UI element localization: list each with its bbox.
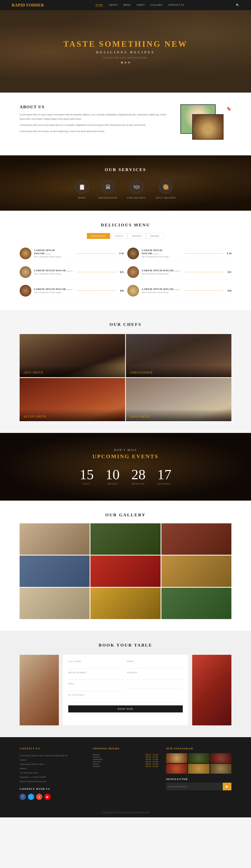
hours-day: Saturday <box>93 765 100 767</box>
chef-card-john: JOHN SMITH <box>126 378 231 421</box>
newsletter-email-input[interactable] <box>166 783 223 790</box>
menu-item-name: LOREM IPSUM DOLOR........ <box>34 287 73 291</box>
hero-subheadline: DELICIOUS RECIPES <box>63 51 188 54</box>
form-group-people: NO OF PEOPLE <box>68 694 183 702</box>
menu-item-image <box>127 248 139 259</box>
instagram-grid <box>166 753 231 774</box>
input-address[interactable] <box>127 675 183 680</box>
chef-card-allen: ALLEN SMITH <box>20 378 125 421</box>
hours-friday: Friday 08 am - 07 pm <box>93 763 158 765</box>
input-date[interactable] <box>68 686 124 691</box>
nav-about[interactable]: ABOUT <box>108 3 118 7</box>
hours-time: 08 am - 07 pm <box>146 765 158 767</box>
service-fine-recipes-label: FINE RECIPES <box>127 196 146 199</box>
insta-item-5[interactable] <box>188 764 209 774</box>
insta-item-4[interactable] <box>166 764 187 774</box>
chef-overlay-jaye: JAYE SMITH <box>20 365 125 377</box>
label-address: ADDRESS <box>127 672 183 674</box>
hours-saturday: Saturday 08 am - 07 pm <box>93 765 158 767</box>
gallery-item-7[interactable] <box>20 588 90 619</box>
menu-item: LOREM IPSUM DOLOR........ Mus et ferment… <box>127 265 231 280</box>
input-blank[interactable] <box>127 684 183 689</box>
book-section: BOOK YOUR TABLE FULL NAME EMAIL PHONE NU… <box>0 631 251 737</box>
gallery-item-4[interactable] <box>20 556 90 587</box>
menu-item-desc: Mus et fermentum et dolus integer <box>34 256 72 258</box>
menu-item: LOREM IPSUM DOLOR........ Mus et ferment… <box>20 246 124 261</box>
events-section: DON'T MISS UPCOMING EVENTS 15 DAYS 10 HO… <box>0 433 251 501</box>
input-phone[interactable] <box>68 675 124 680</box>
hours-time: 08 am - 07 pm <box>146 763 158 765</box>
twitter-button[interactable]: t <box>28 794 34 800</box>
countdown-days-num: 15 <box>80 467 94 482</box>
newsletter-input-row: ▶ <box>166 783 231 790</box>
countdown-days: 15 DAYS <box>80 467 94 485</box>
insta-item-6[interactable] <box>210 764 231 774</box>
gallery-item-5[interactable] <box>90 556 160 587</box>
menu-item: LOREM IPSUM DOLOR........ Mus et ferment… <box>20 265 124 280</box>
chefs-section: OUR CHEFS JAYE SMITH CHRISTOPHER ALLEN S… <box>0 310 251 433</box>
menu-tabs: BREAKFAST LUNCH DINNER DRINKS <box>20 233 231 239</box>
menu-icon: 📋 <box>75 180 89 194</box>
chefs-grid: JAYE SMITH CHRISTOPHER ALLEN SMITH JOHN … <box>20 334 231 421</box>
menu-item-image <box>127 285 139 297</box>
search-icon[interactable]: 🔍 <box>236 3 239 7</box>
footer: CONTACT US Lorem ipsum dolor sit amet, c… <box>0 737 251 817</box>
nav-gallery[interactable]: GALLERY <box>150 3 163 7</box>
gallery-item-3[interactable] <box>161 523 231 555</box>
form-group-name: FULL NAME <box>68 660 124 669</box>
menu-title: DELICIOUS MENU <box>20 222 231 227</box>
menu-item-image <box>20 248 31 259</box>
menu-item-image <box>20 285 31 297</box>
copyright-text: Copyright © 2017 Company name. All right… <box>20 811 231 813</box>
gallery-item-8[interactable] <box>90 588 160 619</box>
label-date: DATE <box>68 683 124 685</box>
footer-address: 123 Main Street Park <box>20 771 85 775</box>
chef-overlay-john: JOHN SMITH <box>126 409 231 421</box>
insta-item-2[interactable] <box>188 753 209 763</box>
nav-contact[interactable]: CONTACT US <box>168 3 185 7</box>
nav-chefs[interactable]: CHEFS <box>136 3 145 7</box>
insta-item-3[interactable] <box>210 753 231 763</box>
gallery-item-9[interactable] <box>161 588 231 619</box>
gallery-item-2[interactable] <box>90 523 160 555</box>
input-email[interactable] <box>127 663 183 669</box>
footer-contact-text: Lorem ipsum dolor sit amet, consectetur … <box>20 753 85 757</box>
youtube-button[interactable]: ▶ <box>44 794 51 800</box>
input-people[interactable] <box>68 697 183 702</box>
nav-menu[interactable]: MENU <box>123 3 131 7</box>
menu-item-dots <box>185 272 223 272</box>
insta-item-1[interactable] <box>166 753 187 763</box>
hours-day: Monday <box>93 753 100 755</box>
gallery-item-1[interactable] <box>20 523 90 555</box>
menu-item-price: $30 <box>120 289 124 292</box>
form-group-phone: PHONE NUMBER <box>68 672 124 680</box>
tab-breakfast[interactable]: BREAKFAST <box>87 233 110 239</box>
nav-home[interactable]: HOME <box>95 3 103 7</box>
hero-dot-3[interactable] <box>128 62 130 64</box>
services-grid: 📋 MENU 🏛 RESERVATION 🍽 FINE RECIPES 🥘 SP… <box>20 180 231 199</box>
hours-day: Thursday <box>93 760 101 763</box>
gallery-item-6[interactable] <box>161 556 231 587</box>
countdown-timer: 15 DAYS 10 HOURS 28 MINUTES 17 SECONDS <box>20 467 231 485</box>
input-fullname[interactable] <box>68 663 124 669</box>
chef-name-john: JOHN SMITH <box>130 415 227 418</box>
newsletter-title: NEWSLETTER <box>166 778 231 781</box>
tab-drinks[interactable]: DRINKS <box>146 233 164 239</box>
hours-day: Tuesday <box>93 755 100 758</box>
tab-dinner[interactable]: DINNER <box>127 233 146 239</box>
events-title: UPCOMING EVENTS <box>20 453 231 460</box>
book-form: FULL NAME EMAIL PHONE NUMBER ADDRESS <box>63 655 188 725</box>
gallery-grid <box>20 523 231 619</box>
footer-instagram-title: OUR INSTAGRAM <box>166 747 231 750</box>
about-text: ABOUT US Lorem ipsum dolor sit amet, ita… <box>20 104 169 135</box>
footer-telephone: Telephone: +1 (726) 123-0829 <box>20 775 85 779</box>
hero-dot-2[interactable] <box>125 62 126 64</box>
chef-name-allen: ALLEN SMITH <box>24 415 121 418</box>
hero-dot-1[interactable] <box>121 62 123 64</box>
menu-item: LOREM IPSUM DOLOR........ Mus et ferment… <box>20 283 124 298</box>
newsletter-submit-button[interactable]: ▶ <box>223 783 231 790</box>
tab-lunch[interactable]: LUNCH <box>110 233 127 239</box>
googleplus-button[interactable]: g <box>36 794 42 800</box>
book-now-button[interactable]: BOOK NOW <box>68 705 183 712</box>
facebook-button[interactable]: f <box>20 794 26 800</box>
